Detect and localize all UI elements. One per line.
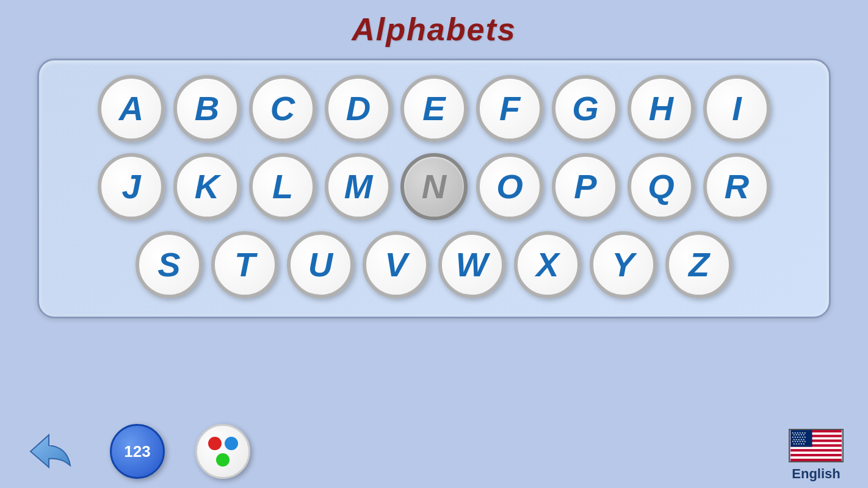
letter-j: J xyxy=(121,170,140,204)
letter-g: G xyxy=(572,92,599,126)
letter-btn-k[interactable]: K xyxy=(173,153,241,220)
flag-image: ★★★★★★ ★★★★★ ★★★★★★ ★★★★★ ★★★★★★ ★★★★★ xyxy=(789,429,844,462)
letter-row-1: ABCDEFGHI xyxy=(57,75,811,142)
letter-o: O xyxy=(496,170,523,204)
letter-f: F xyxy=(499,92,520,126)
letter-btn-e[interactable]: E xyxy=(400,75,468,142)
svg-rect-11 xyxy=(790,456,841,459)
letter-row-3: STUVWXYZ xyxy=(57,231,811,298)
letter-btn-j[interactable]: J xyxy=(98,153,165,220)
svg-rect-8 xyxy=(790,449,841,451)
letter-c: C xyxy=(270,92,295,126)
letter-btn-t[interactable]: T xyxy=(211,231,278,298)
letter-w: W xyxy=(456,248,488,282)
letter-btn-i[interactable]: I xyxy=(703,75,770,142)
svg-rect-12 xyxy=(790,459,841,461)
letter-e: E xyxy=(422,92,445,126)
letter-btn-a[interactable]: A xyxy=(98,75,165,142)
letter-btn-p[interactable]: P xyxy=(552,153,619,220)
letter-s: S xyxy=(157,248,180,282)
svg-rect-10 xyxy=(790,454,841,456)
letter-h: H xyxy=(649,92,673,126)
red-dot xyxy=(208,437,222,450)
letter-btn-f[interactable]: F xyxy=(476,75,543,142)
letter-x: X xyxy=(536,248,559,282)
letter-btn-h[interactable]: H xyxy=(627,75,695,142)
letter-p: P xyxy=(574,170,596,204)
letter-btn-b[interactable]: B xyxy=(173,75,241,142)
dots-container xyxy=(206,437,240,467)
svg-text:★★★★★: ★★★★★ xyxy=(793,443,805,445)
green-dot xyxy=(216,453,230,467)
language-label: English xyxy=(792,466,840,482)
letter-l: L xyxy=(272,170,293,204)
letter-btn-c[interactable]: C xyxy=(249,75,316,142)
bottom-bar: 123 xyxy=(0,415,868,488)
letter-btn-w[interactable]: W xyxy=(438,231,505,298)
page-title: Alphabets xyxy=(0,0,868,48)
letter-btn-l[interactable]: L xyxy=(249,153,316,220)
letter-z: Z xyxy=(689,248,709,282)
letter-btn-q[interactable]: Q xyxy=(627,153,695,220)
letter-btn-s[interactable]: S xyxy=(136,231,203,298)
letter-t: T xyxy=(234,248,255,282)
letter-btn-v[interactable]: V xyxy=(363,231,430,298)
letter-n: N xyxy=(422,170,446,204)
colors-button[interactable] xyxy=(195,424,250,479)
letter-d: D xyxy=(346,92,371,126)
letter-q: Q xyxy=(648,170,675,204)
numbers-label: 123 xyxy=(124,442,150,461)
letter-btn-m[interactable]: M xyxy=(325,153,392,220)
letter-k: K xyxy=(195,170,219,204)
letter-b: B xyxy=(195,92,219,126)
letter-r: R xyxy=(725,170,749,204)
numbers-button[interactable]: 123 xyxy=(110,424,165,479)
letter-u: U xyxy=(308,248,333,282)
letter-btn-g[interactable]: G xyxy=(552,75,619,142)
letter-btn-u[interactable]: U xyxy=(287,231,354,298)
letter-btn-d[interactable]: D xyxy=(325,75,392,142)
letter-btn-x[interactable]: X xyxy=(514,231,581,298)
letter-a: A xyxy=(119,92,143,126)
letter-btn-n[interactable]: N xyxy=(400,153,468,220)
svg-rect-7 xyxy=(790,447,841,449)
letter-v: V xyxy=(385,248,407,282)
svg-rect-9 xyxy=(790,451,841,454)
back-button[interactable] xyxy=(24,427,79,476)
letter-m: M xyxy=(344,170,373,204)
letter-btn-z[interactable]: Z xyxy=(665,231,732,298)
flag-section[interactable]: ★★★★★★ ★★★★★ ★★★★★★ ★★★★★ ★★★★★★ ★★★★★ E… xyxy=(789,429,844,482)
letter-btn-r[interactable]: R xyxy=(703,153,770,220)
letter-btn-y[interactable]: Y xyxy=(590,231,657,298)
letter-btn-o[interactable]: O xyxy=(476,153,543,220)
letter-row-2: JKLMNOPQR xyxy=(57,153,811,220)
letter-i: I xyxy=(732,92,742,126)
blue-dot xyxy=(225,437,238,450)
letter-y: Y xyxy=(612,248,634,282)
alphabet-grid: ABCDEFGHI JKLMNOPQR STUVWXYZ xyxy=(37,59,831,318)
